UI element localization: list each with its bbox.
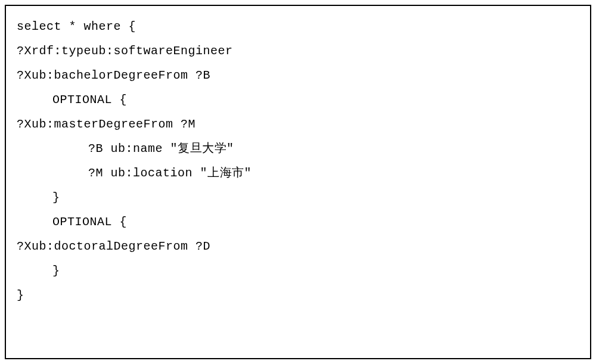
code-line: ?Xrdf:typeub:softwareEngineer [17,39,579,63]
code-line: OPTIONAL { [17,210,579,234]
code-line: ?M ub:location "上海市" [17,161,579,185]
code-block: select * where { ?Xrdf:typeub:softwareEn… [5,5,591,359]
code-line: } [17,283,579,307]
code-line: } [17,185,579,210]
code-line: ?Xub:masterDegreeFrom ?M [17,112,579,136]
code-line: select * where { [17,14,579,39]
code-line: OPTIONAL { [17,88,579,112]
code-line: ?Xub:doctoralDegreeFrom ?D [17,234,579,259]
code-line: } [17,259,579,283]
code-line: ?B ub:name "复旦大学" [17,136,579,161]
code-line: ?Xub:bachelorDegreeFrom ?B [17,63,579,88]
